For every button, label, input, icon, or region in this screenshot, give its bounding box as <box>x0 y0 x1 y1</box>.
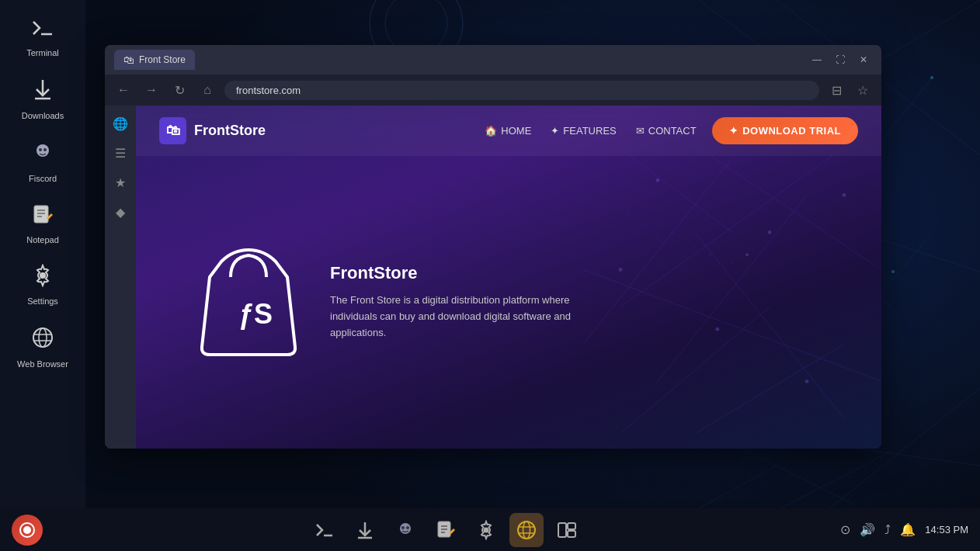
svg-point-28 <box>39 148 42 151</box>
nav-features[interactable]: ✦ FEATURES <box>551 125 616 137</box>
taskbar-fiscord[interactable] <box>388 513 422 547</box>
refresh-button[interactable]: ↻ <box>169 79 190 101</box>
hero-description: The Front Store is a digital distributio… <box>330 293 579 341</box>
svg-point-14 <box>891 270 895 273</box>
site-hero: ƒS FrontStore The Front Store is a digit… <box>136 156 881 449</box>
terminal-label: Terminal <box>26 48 59 57</box>
taskbar-layout[interactable] <box>550 513 584 547</box>
svg-point-78 <box>523 522 530 539</box>
fiscord-icon <box>30 140 55 170</box>
minimize-button[interactable]: — <box>808 51 825 68</box>
svg-point-76 <box>483 527 488 532</box>
contact-nav-icon: ✉ <box>636 125 645 137</box>
taskbar-start-button[interactable] <box>12 515 43 546</box>
maximize-button[interactable]: ⛶ <box>832 51 849 68</box>
hero-shopping-bag: ƒS <box>198 246 299 359</box>
sidebar-item-terminal[interactable]: Terminal <box>8 8 78 65</box>
notepad-icon <box>31 203 54 231</box>
site-nav-links: 🏠 HOME ✦ FEATURES ✉ CONTACT <box>485 125 696 137</box>
sidebar-item-web-browser[interactable]: Web Browser <box>8 317 78 376</box>
svg-point-77 <box>518 522 535 539</box>
browser-window: 🛍 Front Store — ⛶ ✕ ← → ↻ ⌂ ⊟ ☆ <box>105 45 881 449</box>
hero-title: FrontStore <box>330 263 819 283</box>
forward-button[interactable]: → <box>141 79 162 101</box>
svg-rect-30 <box>34 206 48 223</box>
taskbar-right: ⊙ 🔊 ⤴ 🔔 14:53 PM <box>840 522 968 537</box>
browser-sidebar-star[interactable]: ★ <box>109 171 132 194</box>
browser-sidebar: 🌐 ☰ ★ ◆ <box>105 106 136 449</box>
svg-point-70 <box>401 526 405 529</box>
taskbar: ⊙ 🔊 ⤴ 🔔 14:53 PM <box>0 508 980 551</box>
browser-sidebar-globe[interactable]: 🌐 <box>109 112 132 135</box>
taskbar-share-icon[interactable]: ⤴ <box>884 523 891 537</box>
sidebar-item-downloads[interactable]: Downloads <box>8 69 78 128</box>
bookmark-button[interactable]: ☆ <box>852 79 874 101</box>
notepad-label: Notepad <box>26 235 59 244</box>
site-logo: 🛍 FrontStore <box>159 117 266 144</box>
nav-home[interactable]: 🏠 HOME <box>485 125 531 137</box>
site-logo-text: FrontStore <box>194 123 266 139</box>
settings-label: Settings <box>27 296 58 306</box>
terminal-icon <box>30 16 55 44</box>
browser-titlebar: 🛍 Front Store — ⛶ ✕ <box>105 45 881 75</box>
sidebar-item-notepad[interactable]: Notepad <box>8 195 78 252</box>
taskbar-center <box>54 513 836 547</box>
download-icon: ✦ <box>729 125 738 137</box>
tab-title: Front Store <box>139 54 186 65</box>
address-bar[interactable] <box>236 85 808 96</box>
taskbar-settings[interactable] <box>469 513 503 547</box>
downloads-label: Downloads <box>22 111 64 120</box>
sidebar-item-settings[interactable]: Settings <box>8 256 78 314</box>
toolbar-icons: ⊟ ☆ <box>825 79 874 101</box>
downloads-icon <box>30 77 55 107</box>
browser-toolbar: ← → ↻ ⌂ ⊟ ☆ <box>105 75 881 106</box>
address-bar-container[interactable] <box>224 81 819 100</box>
hero-text: FrontStore The Front Store is a digital … <box>330 263 819 341</box>
svg-point-29 <box>43 148 47 151</box>
home-button[interactable]: ⌂ <box>196 79 218 101</box>
download-trial-button[interactable]: ✦ DOWNLOAD TRIAL <box>712 117 858 144</box>
taskbar-notification-icon[interactable]: 🔔 <box>900 522 916 537</box>
browser-sidebar-menu[interactable]: ☰ <box>109 141 132 165</box>
features-nav-icon: ✦ <box>551 125 559 137</box>
taskbar-search-icon[interactable]: ⊙ <box>840 522 850 537</box>
sidebar: Terminal Downloads Fiscord <box>0 0 85 508</box>
taskbar-notepad[interactable] <box>429 513 463 547</box>
svg-rect-82 <box>568 523 575 529</box>
back-button[interactable]: ← <box>113 79 134 101</box>
sidebar-toggle-button[interactable]: ⊟ <box>825 79 847 101</box>
close-button[interactable]: ✕ <box>855 51 872 68</box>
system-clock: 14:53 PM <box>925 524 968 535</box>
tab-icon: 🛍 <box>123 54 134 66</box>
svg-text:ƒS: ƒS <box>238 298 273 330</box>
browser-content: 🛍 FrontStore 🏠 HOME ✦ FEATURES ✉ CONTACT <box>136 106 881 449</box>
nav-home-label: HOME <box>501 125 531 137</box>
browser-sidebar-diamond[interactable]: ◆ <box>109 200 132 224</box>
sidebar-item-fiscord[interactable]: Fiscord <box>8 132 78 191</box>
fiscord-label: Fiscord <box>29 174 57 183</box>
taskbar-terminal[interactable] <box>308 513 342 547</box>
nav-contact[interactable]: ✉ CONTACT <box>636 125 697 137</box>
svg-point-34 <box>40 272 46 279</box>
window-controls: — ⛶ ✕ <box>808 51 872 68</box>
settings-icon <box>31 264 54 293</box>
browser-tab[interactable]: 🛍 Front Store <box>114 50 195 70</box>
svg-point-71 <box>406 526 409 529</box>
svg-point-36 <box>39 328 47 347</box>
web-browser-label: Web Browser <box>17 359 68 369</box>
site-logo-icon: 🛍 <box>159 117 186 144</box>
site-navbar: 🛍 FrontStore 🏠 HOME ✦ FEATURES ✉ CONTACT <box>136 106 881 156</box>
taskbar-volume-icon[interactable]: 🔊 <box>860 522 875 537</box>
taskbar-downloads[interactable] <box>348 513 382 547</box>
svg-rect-81 <box>558 523 566 537</box>
download-trial-label: DOWNLOAD TRIAL <box>742 125 841 137</box>
desktop: Terminal Downloads Fiscord <box>0 0 980 551</box>
svg-point-12 <box>930 76 933 79</box>
svg-point-66 <box>23 526 31 534</box>
taskbar-browser[interactable] <box>509 513 544 547</box>
nav-features-label: FEATURES <box>563 125 616 137</box>
web-browser-icon <box>30 325 55 355</box>
svg-point-35 <box>33 328 52 347</box>
home-nav-icon: 🏠 <box>485 125 497 137</box>
nav-contact-label: CONTACT <box>648 125 697 137</box>
